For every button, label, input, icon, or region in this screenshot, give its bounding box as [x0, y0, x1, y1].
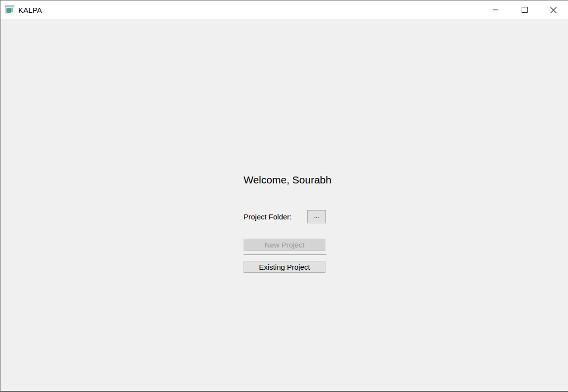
close-icon: [550, 7, 557, 13]
app-icon-green-bar: [11, 8, 13, 12]
maximize-icon: [522, 7, 528, 13]
maximize-button[interactable]: [510, 0, 539, 19]
close-button[interactable]: [539, 0, 568, 19]
button-divider: [244, 254, 326, 255]
titlebar: KALPA: [0, 0, 568, 19]
minimize-icon: [493, 7, 498, 13]
project-folder-label: Project Folder:: [244, 213, 292, 221]
welcome-heading: Welcome, Sourabh: [244, 174, 326, 186]
browse-folder-button[interactable]: ...: [307, 210, 326, 223]
existing-project-button[interactable]: Existing Project: [244, 261, 325, 273]
minimize-button[interactable]: [481, 0, 510, 19]
window-title: KALPA: [18, 6, 42, 14]
new-project-button[interactable]: New Project: [244, 239, 325, 251]
app-window: KALPA: [0, 0, 568, 392]
app-icon-topstrip: [5, 6, 14, 7]
kalpa-app-icon: [5, 5, 14, 14]
project-folder-row: Project Folder: ...: [244, 210, 326, 223]
window-controls: [481, 0, 568, 19]
app-icon-teal-square: [6, 8, 11, 13]
main-content: Welcome, Sourabh Project Folder: ... New…: [0, 19, 568, 391]
